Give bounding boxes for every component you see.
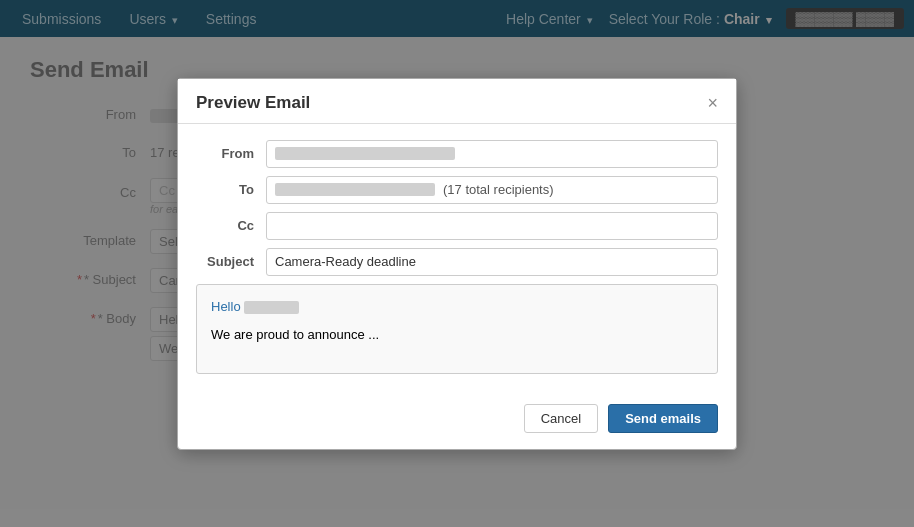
modal-subject-label: Subject xyxy=(196,254,266,269)
modal-cc-field xyxy=(266,212,718,240)
from-blurred-value xyxy=(275,147,455,160)
modal-from-label: From xyxy=(196,146,266,161)
name-blurred xyxy=(244,301,299,314)
modal-subject-value: Camera-Ready deadline xyxy=(266,248,718,276)
hello-text: Hello xyxy=(211,299,241,314)
modal-subject-row: Subject Camera-Ready deadline xyxy=(196,248,718,276)
modal-from-row: From xyxy=(196,140,718,168)
to-blurred-value xyxy=(275,183,435,196)
modal-cc-row: Cc xyxy=(196,212,718,240)
modal-body: From To (17 total recipients) Cc xyxy=(178,124,736,395)
preview-email-modal: Preview Email × From To (17 total recipi… xyxy=(177,78,737,395)
body-announce-line: We are proud to announce ... xyxy=(211,325,703,346)
modal-cc-label: Cc xyxy=(196,218,266,233)
modal-to-row: To (17 total recipients) xyxy=(196,176,718,204)
body-hello-line: Hello xyxy=(211,297,703,318)
modal-to-field: (17 total recipients) xyxy=(266,176,718,204)
modal-from-field xyxy=(266,140,718,168)
modal-to-label: To xyxy=(196,182,266,197)
modal-body-preview: Hello We are proud to announce ... xyxy=(196,284,718,374)
recipients-note: (17 total recipients) xyxy=(443,182,554,197)
modal-overlay: Preview Email × From To (17 total recipi… xyxy=(0,0,914,395)
modal-header: Preview Email × xyxy=(178,79,736,124)
close-button[interactable]: × xyxy=(707,94,718,112)
modal-title: Preview Email xyxy=(196,93,310,113)
